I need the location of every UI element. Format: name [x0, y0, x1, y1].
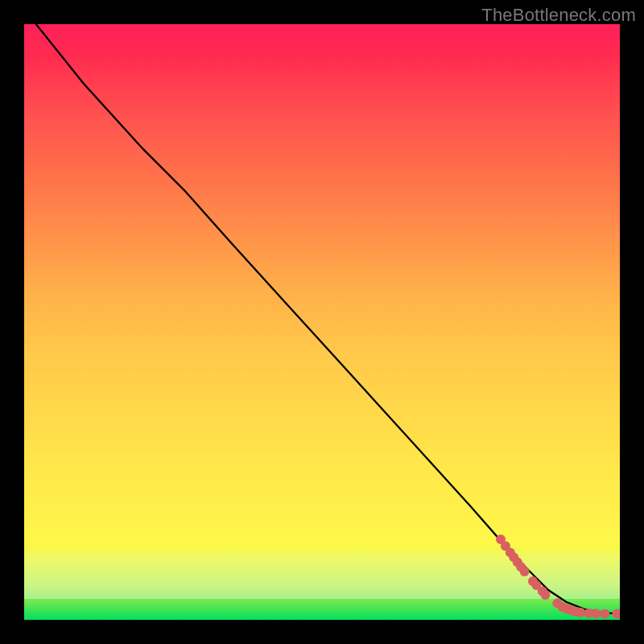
scatter-point: [612, 609, 620, 619]
scatter-point: [601, 609, 610, 619]
scatter-point: [541, 590, 551, 600]
curve-overlay: [24, 24, 620, 620]
watermark-text: TheBottleneck.com: [481, 5, 636, 26]
scatter-point: [520, 567, 530, 576]
scatter-point: [576, 608, 585, 617]
curve-line: [36, 24, 620, 614]
scatter-point: [591, 609, 601, 618]
scatter-points: [496, 535, 620, 619]
chart-frame: TheBottleneck.com: [0, 0, 644, 644]
plot-area: [24, 24, 620, 620]
